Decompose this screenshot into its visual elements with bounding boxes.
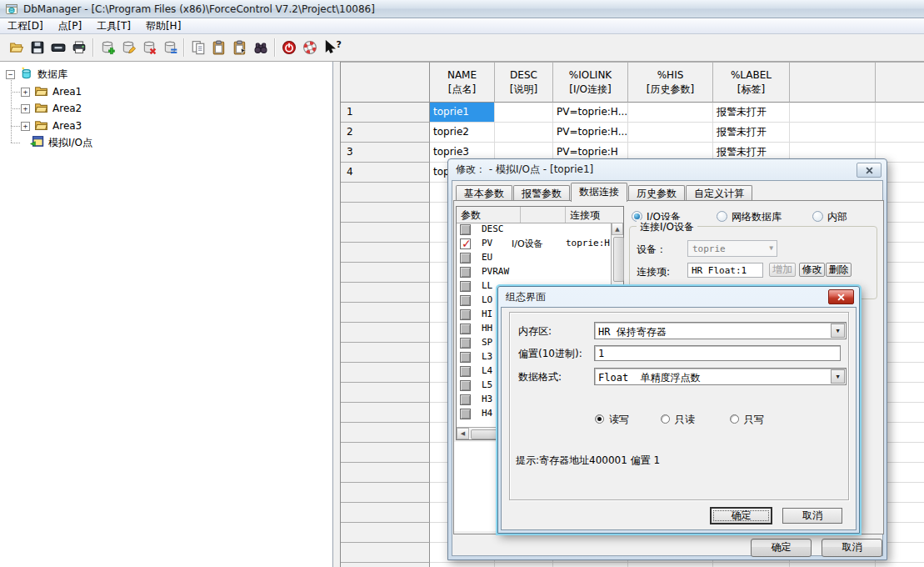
column-header-blank[interactable] — [876, 62, 924, 103]
paste-icon[interactable] — [208, 38, 229, 58]
edit-dialog-titlebar[interactable]: 修改： - 模拟I/O点 - [toprie1] — [448, 159, 887, 180]
row-number[interactable]: 4 — [341, 163, 430, 183]
add-button[interactable]: 增加 — [769, 263, 796, 277]
close-icon[interactable] — [857, 163, 882, 178]
radio-read-only[interactable]: 只读 — [661, 413, 695, 427]
param-checkbox[interactable] — [460, 409, 471, 419]
param-checkbox[interactable] — [460, 394, 471, 405]
menu-point[interactable]: 点[P] — [51, 18, 90, 34]
row-number[interactable]: 2 — [341, 123, 430, 143]
menu-help[interactable]: 帮助[H] — [138, 18, 188, 34]
param-checkbox[interactable] — [460, 324, 471, 334]
table-corner-header[interactable] — [341, 62, 430, 103]
title-bar[interactable]: DbManager - [C:\Program Files (x86)\Forc… — [0, 0, 924, 18]
column-header-name[interactable]: NAME[点名] — [430, 62, 495, 103]
row-number[interactable]: 1 — [341, 103, 430, 123]
cell-label[interactable]: 报警未打开 — [713, 103, 790, 123]
panel-splitter[interactable] — [333, 62, 340, 567]
param-checkbox[interactable] — [460, 224, 471, 235]
cell-iolink[interactable]: PV=toprie:H... — [553, 103, 628, 123]
param-checkbox[interactable] — [460, 338, 471, 349]
column-header-label[interactable]: %LABEL[标签] — [713, 62, 790, 103]
cell-name-selected[interactable]: toprie1 — [430, 103, 495, 123]
delete-button[interactable]: 删除 — [826, 263, 852, 277]
param-checkbox[interactable] — [460, 352, 471, 363]
cell-name[interactable]: toprie2 — [430, 123, 495, 143]
link-item-field[interactable]: HR Float:1 — [687, 263, 763, 278]
tab-basic-params[interactable]: 基本参数 — [456, 185, 512, 202]
radio-read-write[interactable]: 读写 — [595, 413, 629, 427]
tab-custom-calc[interactable]: 自定义计算 — [686, 185, 752, 202]
param-checkbox[interactable] — [460, 309, 471, 320]
modify-button[interactable]: 修改 — [799, 263, 825, 277]
edit-dialog-ok-button[interactable]: 确定 — [751, 539, 812, 557]
device-combo[interactable]: toprie▼ — [687, 240, 777, 257]
type-column-header[interactable] — [521, 207, 566, 223]
tree-item-area1[interactable]: + Area1 — [21, 83, 82, 100]
column-header-iolink[interactable]: %IOLINK[I/O连接] — [553, 62, 628, 103]
help-ring-icon[interactable] — [299, 38, 320, 58]
tab-data-link[interactable]: 数据连接 — [571, 183, 627, 202]
param-checkbox[interactable] — [460, 253, 471, 263]
param-checkbox[interactable] — [460, 238, 471, 249]
link-column-header[interactable]: 连接项 — [566, 207, 612, 223]
param-column-header[interactable]: 参数 — [457, 207, 521, 223]
tab-alarm-params[interactable]: 报警参数 — [513, 185, 570, 202]
chevron-down-icon[interactable]: ▼ — [831, 369, 845, 384]
close-icon[interactable] — [828, 289, 854, 304]
chevron-down-icon[interactable]: ▼ — [831, 324, 845, 338]
tree-item-area2[interactable]: + Area2 — [21, 100, 82, 117]
cell-desc[interactable] — [495, 123, 553, 143]
param-checkbox[interactable] — [460, 267, 471, 278]
data-format-combo[interactable]: Float 单精度浮点数▼ — [594, 368, 847, 385]
radio-internal[interactable]: 内部 — [812, 210, 847, 223]
edit-dialog-cancel-button[interactable]: 取消 — [822, 539, 882, 557]
cell-desc[interactable] — [495, 103, 553, 123]
param-checkbox[interactable] — [460, 366, 471, 377]
menu-project[interactable]: 工程[D] — [0, 18, 51, 34]
radio-write-only[interactable]: 只写 — [730, 413, 764, 427]
db-edit-icon[interactable] — [117, 38, 138, 58]
config-ok-button[interactable]: 确定 — [711, 508, 772, 524]
stop-icon[interactable] — [278, 38, 299, 58]
menu-tools[interactable]: 工具[T] — [89, 18, 138, 34]
paste-special-icon[interactable] — [229, 38, 250, 58]
config-cancel-button[interactable]: 取消 — [782, 508, 842, 524]
save-icon[interactable] — [27, 38, 47, 58]
expand-icon[interactable]: + — [21, 104, 30, 113]
cell-his[interactable] — [628, 103, 713, 123]
context-help-icon[interactable]: ? — [320, 38, 341, 58]
column-header-blank[interactable] — [790, 62, 876, 103]
tree-item-analog-io[interactable]: 模拟I/O点 — [30, 134, 92, 151]
offset-field[interactable]: 1 — [594, 345, 841, 361]
scroll-left-icon[interactable]: ◀ — [457, 428, 469, 439]
row-number[interactable]: 3 — [341, 143, 430, 163]
param-checkbox[interactable] — [460, 295, 471, 306]
param-checkbox[interactable] — [460, 281, 471, 292]
column-header-desc[interactable]: DESC[说明] — [495, 62, 553, 103]
copy-icon[interactable] — [187, 38, 208, 58]
db-sort-icon[interactable] — [159, 38, 180, 58]
tree-item-area3[interactable]: + Area3 — [21, 118, 82, 134]
expand-icon[interactable]: + — [21, 122, 30, 131]
column-header-his[interactable]: %HIS[历史参数] — [628, 62, 713, 103]
config-dialog-titlebar[interactable]: 组态界面 — [498, 287, 859, 307]
cell-iolink[interactable]: PV=toprie:H... — [553, 123, 628, 143]
db-add-icon[interactable] — [97, 38, 117, 58]
scrollbar-thumb[interactable] — [613, 237, 624, 282]
cell-his[interactable] — [628, 123, 713, 143]
export-icon[interactable] — [47, 38, 68, 58]
expand-icon[interactable]: + — [21, 88, 30, 97]
param-checkbox[interactable] — [460, 380, 471, 391]
tab-history-params[interactable]: 历史参数 — [628, 185, 685, 202]
memory-area-combo[interactable]: HR 保持寄存器▼ — [594, 322, 847, 339]
cell-label[interactable]: 报警未打开 — [713, 123, 790, 143]
db-delete-icon[interactable] — [138, 38, 159, 58]
radio-network-db[interactable]: 网络数据库 — [717, 210, 782, 223]
print-icon[interactable] — [68, 38, 89, 58]
find-icon[interactable] — [250, 38, 271, 58]
collapse-icon[interactable]: − — [6, 70, 15, 79]
tree-item-database[interactable]: − 数据库 — [6, 66, 67, 83]
scroll-up-icon[interactable]: ▲ — [612, 223, 623, 235]
open-icon[interactable] — [6, 38, 27, 58]
